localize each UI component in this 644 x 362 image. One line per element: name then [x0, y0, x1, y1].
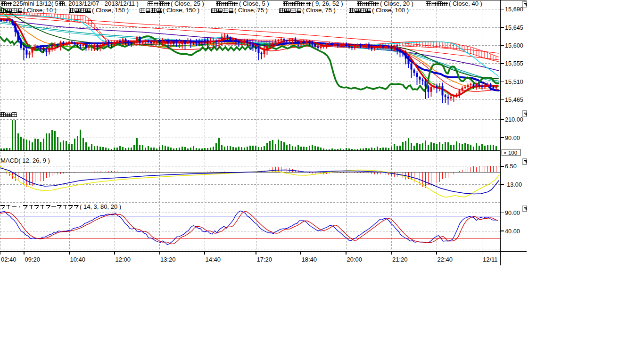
svg-text:15,645: 15,645: [505, 25, 523, 31]
svg-text:40.00: 40.00: [505, 228, 520, 235]
svg-text:21:20: 21:20: [392, 256, 408, 263]
svg-text:( Close, 75 ): ( Close, 75 ): [234, 7, 268, 14]
svg-text:( Close, 75 ): ( Close, 75 ): [302, 7, 336, 14]
svg-text:( Close, 20 ): ( Close, 20 ): [380, 0, 413, 7]
svg-text:14:40: 14:40: [206, 256, 221, 263]
svg-text:( Close, 150 ): ( Close, 150 ): [163, 7, 199, 14]
svg-text:18:40: 18:40: [302, 256, 317, 263]
svg-text:15,510: 15,510: [505, 79, 523, 85]
svg-text:02:40: 02:40: [1, 256, 17, 263]
svg-text:10:40: 10:40: [70, 256, 86, 263]
svg-text:12:00: 12:00: [116, 256, 131, 263]
svg-text:, 2013/12/07 - 2013/12/11 ): , 2013/12/07 - 2013/12/11 ): [65, 0, 139, 7]
svg-text:15,465: 15,465: [505, 97, 523, 103]
svg-text:( Close, 150 ): ( Close, 150 ): [92, 7, 129, 14]
svg-text:( Close, 100 ): ( Close, 100 ): [372, 7, 409, 14]
svg-text:20:00: 20:00: [347, 256, 363, 263]
svg-text:( 9, 26, 52 ): ( 9, 26, 52 ): [312, 0, 343, 7]
svg-text:( Close, 10 ): ( Close, 10 ): [23, 7, 57, 14]
svg-text:( Close, 40 ): ( Close, 40 ): [449, 0, 482, 7]
svg-text:( Close, 25 ): ( Close, 25 ): [171, 0, 204, 7]
svg-text:6.50: 6.50: [505, 163, 517, 170]
svg-text:15,555: 15,555: [505, 60, 523, 67]
svg-text:09:20: 09:20: [25, 256, 41, 263]
svg-text:90.00: 90.00: [505, 210, 520, 216]
svg-text:MACD( 12, 26, 9 ): MACD( 12, 26, 9 ): [0, 157, 50, 164]
svg-text:( 14, 3, 80, 20 ): ( 14, 3, 80, 20 ): [80, 203, 121, 210]
svg-text:12/11: 12/11: [483, 256, 498, 263]
svg-text:( Close, 5 ): ( Close, 5 ): [239, 0, 269, 7]
svg-text:225mini 13/12( 5: 225mini 13/12( 5: [13, 0, 58, 7]
svg-text:-13.00: -13.00: [505, 181, 522, 188]
svg-text:15,690: 15,690: [505, 6, 523, 13]
svg-text:× 100: × 100: [504, 150, 517, 156]
svg-text:210.00: 210.00: [505, 116, 523, 123]
svg-text:13:20: 13:20: [160, 256, 176, 263]
svg-text:15,600: 15,600: [505, 42, 523, 49]
svg-text:90.00: 90.00: [505, 135, 520, 141]
svg-text:22:40: 22:40: [438, 256, 453, 263]
svg-text:17:20: 17:20: [257, 256, 272, 263]
